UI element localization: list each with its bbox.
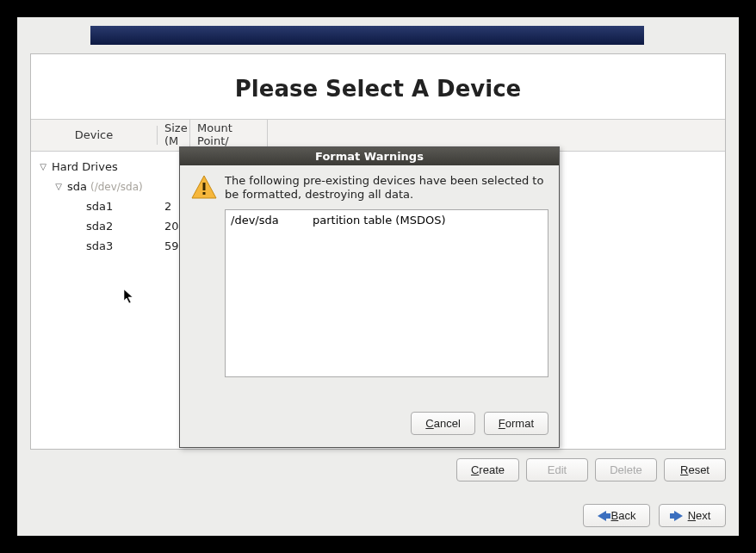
tree-size: 59: [164, 239, 179, 252]
expander-icon[interactable]: ▽: [38, 162, 48, 171]
dialog-title: Format Warnings: [180, 147, 559, 165]
format-button[interactable]: Format: [484, 412, 548, 435]
warning-icon: [190, 174, 218, 202]
page-title: Please Select A Device: [31, 54, 725, 119]
wizard-nav-bar: Back Next: [583, 504, 726, 527]
tree-label: sda2: [86, 220, 113, 233]
format-device-list[interactable]: /dev/sda partition table (MSDOS): [225, 209, 548, 377]
tree-label: sda: [67, 180, 87, 193]
header-banner: [90, 26, 644, 45]
device-path: /dev/sda: [231, 214, 313, 227]
device-desc: partition table (MSDOS): [313, 214, 445, 227]
format-warnings-dialog: Format Warnings The following pre-existi…: [179, 146, 560, 448]
back-button[interactable]: Back: [583, 504, 650, 527]
next-button[interactable]: Next: [659, 504, 726, 527]
dialog-message: The following pre-existing devices have …: [225, 174, 548, 202]
cancel-button[interactable]: Cancel: [411, 412, 474, 435]
tree-label: sda3: [86, 239, 113, 252]
reset-button[interactable]: Reset: [664, 458, 726, 482]
list-item[interactable]: /dev/sda partition table (MSDOS): [231, 214, 542, 227]
tree-label: sda1: [86, 200, 113, 213]
tree-size: 20: [164, 220, 179, 233]
edit-button: Edit: [526, 458, 588, 482]
arrow-left-icon: [598, 511, 606, 521]
partition-action-bar: Create Edit Delete Reset: [456, 458, 726, 482]
create-button[interactable]: Create: [456, 458, 519, 482]
dialog-button-bar: Cancel Format: [190, 412, 548, 435]
tree-subtext: (/dev/sda): [90, 181, 143, 193]
dialog-body: The following pre-existing devices have …: [180, 165, 559, 447]
expander-icon[interactable]: ▽: [53, 182, 64, 191]
svg-rect-1: [203, 183, 206, 190]
tree-size: 2: [164, 200, 171, 213]
arrow-right-icon: [674, 511, 683, 521]
installer-main-window: Please Select A Device Device Size (M Mo…: [17, 17, 739, 536]
delete-button: Delete: [595, 458, 657, 482]
svg-rect-2: [203, 192, 206, 195]
tree-label: Hard Drives: [52, 160, 118, 173]
col-device: Device: [31, 126, 158, 146]
